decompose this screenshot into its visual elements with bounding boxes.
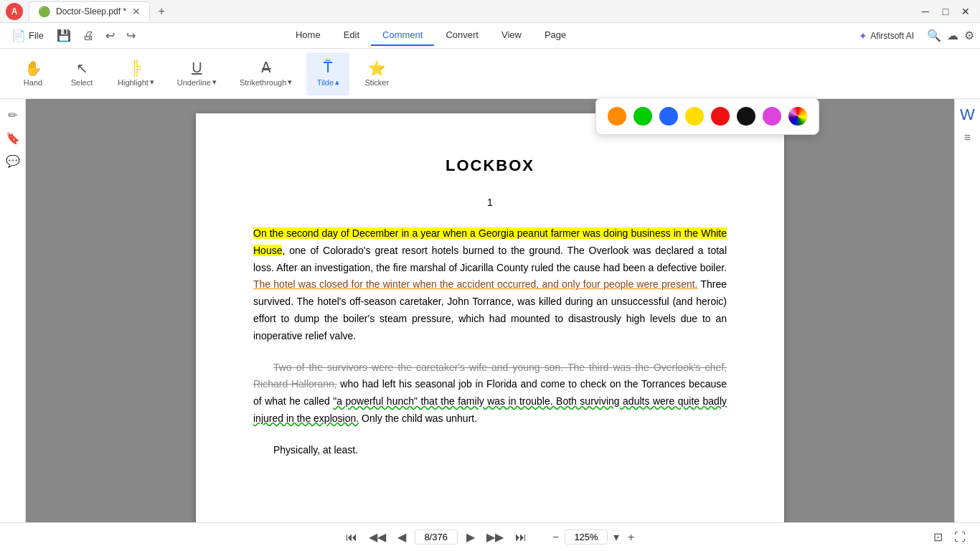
hand-icon: ✋ [24,61,42,75]
title-bar: A 🟢 Doctor-Sleep.pdf * ✕ + ─ □ ✕ [0,0,980,23]
color-yellow[interactable] [685,107,704,126]
fit-page-button[interactable]: ⊡ [930,527,946,547]
cloud-icon[interactable]: ☁ [947,29,958,42]
nav-prev-button[interactable]: ◀ [395,527,409,547]
highlight-tool[interactable]: ╠ Highlight ▾ [109,52,163,95]
tab-close-icon[interactable]: ✕ [132,6,141,17]
highlight-icon: ╠ [131,60,141,75]
page-title: LOCKBOX [253,156,727,175]
nav-next-button[interactable]: ▶ [463,527,478,547]
menu-view[interactable]: View [490,25,533,46]
close-button[interactable]: ✕ [957,3,974,20]
file-icon: 📄 [11,29,26,42]
highlight-label: Highlight [118,78,149,87]
menu-page[interactable]: Page [533,25,578,46]
file-label: File [29,30,44,41]
select-icon: ↖ [76,61,88,75]
nav-next-skip-button[interactable]: ▶▶ [484,527,507,547]
zoom-dropdown-button[interactable]: ▾ [611,527,622,547]
hand-label: Hand [24,78,42,87]
page-number-display: 1 [253,197,727,208]
strikethrough-label: Strikethrough [240,78,286,87]
tilde-dropdown-icon: ▴ [335,77,339,87]
underline-label: Underline [177,78,211,87]
undo-button[interactable]: ↩ [101,27,119,44]
underline-icon: U [192,60,202,75]
paragraph-3: Physically, at least. [253,442,727,459]
avatar: A [6,3,23,20]
highlighted-text-1: On the second day of December in a year … [253,227,727,256]
strikethrough-icon: A̶ [261,60,271,75]
restore-button[interactable]: □ [937,3,954,20]
zoom-in-button[interactable]: + [625,528,637,547]
settings-icon[interactable]: ⚙ [964,29,974,42]
menu-nav: Home Edit Comment Convert View Page [284,25,578,46]
color-green[interactable] [633,107,652,126]
word-icon[interactable]: W [958,105,978,125]
pdf-page: LOCKBOX 1 On the second day of December … [196,113,784,522]
paragraph-1: On the second day of December in a year … [253,225,727,345]
sidebar-comment-icon[interactable]: 💬 [3,151,23,171]
list-icon[interactable]: ≡ [958,128,978,148]
strikethrough-tool[interactable]: A̶ Strikethrough ▾ [231,52,301,95]
menu-convert[interactable]: Convert [434,25,490,46]
window-controls: ─ □ ✕ [917,3,974,20]
page-input[interactable] [415,529,458,545]
tilde-label: Tilde [317,78,334,87]
menu-home[interactable]: Home [284,25,332,46]
zoom-out-button[interactable]: − [550,528,562,547]
fullscreen-button[interactable]: ⛶ [951,527,969,547]
nav-first-button[interactable]: ⏮ [343,528,360,547]
ai-label: Afirstsoft AI [870,31,914,41]
tab[interactable]: 🟢 Doctor-Sleep.pdf * ✕ [29,1,150,22]
menu-bar: 📄 File 💾 🖨 ↩ ↪ Home Edit Comment Convert… [0,23,980,49]
sticker-label: Sticker [365,78,390,87]
file-menu[interactable]: 📄 File [6,26,50,45]
menu-edit[interactable]: Edit [332,25,371,46]
minimize-button[interactable]: ─ [917,3,934,20]
color-orange[interactable] [608,107,626,126]
nav-prev-skip-button[interactable]: ◀◀ [366,527,389,547]
search-icon[interactable]: 🔍 [927,29,941,42]
left-sidebar: ✏ 🔖 💬 [0,99,26,522]
zoom-control: − ▾ + [550,527,638,547]
underline-dropdown-icon: ▾ [212,77,217,87]
nav-last-button[interactable]: ⏭ [512,528,529,547]
print-button[interactable]: 🖨 [78,27,98,44]
tilde-tool[interactable]: T̃ Tilde ▴ [306,52,349,95]
main-content: LOCKBOX 1 On the second day of December … [26,99,954,522]
sidebar-edit-icon[interactable]: ✏ [3,105,23,125]
sticker-icon: ⭐ [368,61,386,75]
select-label: Select [71,78,93,87]
strikethrough-dropdown-icon: ▾ [288,77,292,87]
select-tool[interactable]: ↖ Select [60,52,103,95]
highlight-dropdown-icon: ▾ [150,77,154,87]
bottom-bar: ⏮ ◀◀ ◀ ▶ ▶▶ ⏭ − ▾ + ⊡ ⛶ [0,522,980,551]
color-blue[interactable] [659,107,678,126]
ai-star-icon: ✦ [859,30,867,42]
underlined-green-text: "a powerful hunch" that the family was i… [253,395,727,424]
strikethrough-text-1: Two of the survivors were the caretaker'… [253,362,727,390]
redo-button[interactable]: ↪ [122,27,140,44]
sidebar-bookmark-icon[interactable]: 🔖 [3,128,23,148]
sticker-tool[interactable]: ⭐ Sticker [355,52,398,95]
menu-right: ✦ Afirstsoft AI 🔍 ☁ ⚙ [852,27,974,44]
bottom-right-controls: ⊡ ⛶ [930,527,969,547]
underlined-text-1: The hotel was closed for the winter when… [253,278,698,290]
tilde-icon: T̃ [324,60,332,75]
color-rainbow[interactable] [788,107,807,126]
color-red[interactable] [711,107,730,126]
toolbar: ✋ Hand ↖ Select ╠ Highlight ▾ U Underlin… [0,49,980,99]
underline-tool[interactable]: U Underline ▾ [169,52,225,95]
zoom-input[interactable] [565,529,608,545]
right-sidebar: W ≡ [954,99,980,522]
menu-actions: 💾 🖨 ↩ ↪ [52,27,140,44]
hand-tool[interactable]: ✋ Hand [11,52,55,95]
menu-comment[interactable]: Comment [371,25,434,46]
save-button[interactable]: 💾 [52,27,75,44]
color-picker-popup [595,98,819,135]
tab-add-button[interactable]: + [153,3,170,20]
ai-button[interactable]: ✦ Afirstsoft AI [852,27,921,44]
color-black[interactable] [737,107,755,126]
color-pink[interactable] [763,107,781,126]
